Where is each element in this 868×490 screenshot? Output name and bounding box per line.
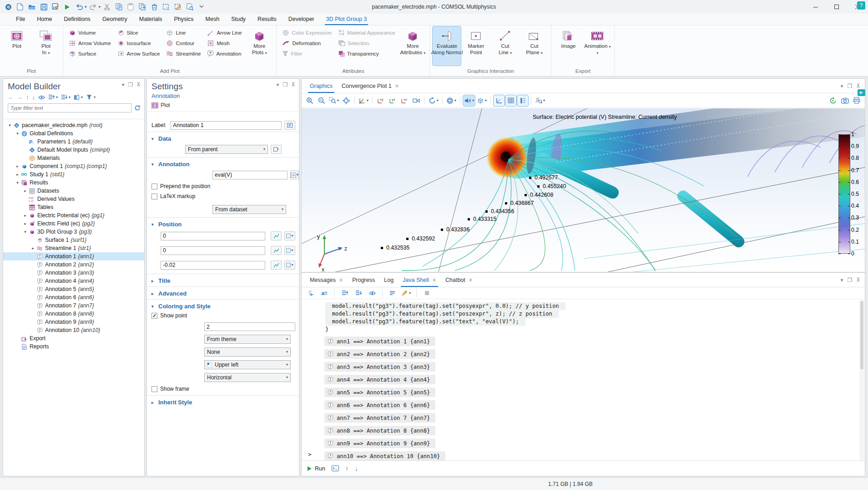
tree-node-export[interactable]: Export — [3, 334, 144, 342]
console-icon[interactable] — [332, 465, 339, 471]
section-position[interactable]: ▾Position — [147, 220, 299, 229]
java-shell-output[interactable]: model.result("pg3").feature(tag).set("po… — [302, 300, 865, 460]
transparency-cube-icon[interactable]: ▾ — [476, 95, 488, 106]
console-tab-messages[interactable]: Messages✕ — [305, 274, 348, 287]
background-color-combo[interactable]: None▾ — [204, 347, 291, 357]
show-frame-checkbox[interactable]: Show frame — [147, 384, 299, 394]
ribbon-button-arrow-line[interactable]: Arrow Line — [204, 27, 244, 38]
expression-menu-button[interactable]: ▾ — [284, 231, 295, 240]
geometry-level-combo[interactable]: From dataset▾ — [212, 205, 286, 214]
scroll-bottom-icon[interactable] — [353, 288, 364, 299]
tree-node-surface-1[interactable]: Surface 1 {surf1} — [3, 236, 144, 244]
tree-node-annotation-5[interactable]: Annotation 5 {ann5} — [3, 285, 144, 293]
point-radius-input[interactable] — [204, 322, 295, 331]
expander-icon[interactable]: ▾ — [7, 123, 13, 128]
snapshot-icon[interactable] — [839, 95, 850, 106]
expander-icon[interactable]: ▾ — [15, 131, 20, 136]
view-xy-icon[interactable]: xy — [375, 95, 386, 106]
latex-markup-checkbox[interactable]: LaTeX markup — [147, 191, 299, 201]
view-xz-icon[interactable]: xz — [399, 95, 410, 106]
section-annotation[interactable]: ▾Annotation — [147, 160, 299, 168]
history-down-icon[interactable]: ↓ — [355, 465, 358, 472]
axis-view-icon[interactable]: ▾ — [358, 95, 369, 106]
ribbon-button-plot-in[interactable]: Plot In ▾ — [32, 26, 60, 66]
ribbon-button-marker-point[interactable]: Marker Point — [462, 26, 490, 66]
console-tab-java-shell[interactable]: Java Shell✕ — [398, 274, 441, 287]
tree-node-streamline-1[interactable]: ▸ Streamline 1 {str1} — [3, 244, 144, 252]
panel-controls[interactable]: ▾❐⊼ — [840, 83, 860, 89]
menu-tab-materials[interactable]: Materials — [133, 14, 168, 25]
new-file-icon[interactable] — [15, 1, 25, 12]
panel-controls[interactable]: ▾❐⊼ — [121, 82, 141, 88]
graphics-tab-graphics[interactable]: Graphics — [305, 80, 337, 93]
toggle-axes-icon[interactable] — [494, 95, 505, 106]
redo-icon[interactable] — [88, 1, 99, 12]
update-icon[interactable] — [828, 95, 838, 106]
ribbon-button-arrow-volume[interactable]: Arrow Volume — [66, 38, 114, 48]
tree-node-3d-plot-group-3[interactable]: ▾ 3D Plot Group 3 {pg3} — [3, 228, 144, 236]
filter-input[interactable] — [8, 103, 131, 112]
scroll-top-icon[interactable] — [339, 288, 350, 299]
clear-icon[interactable]: ▾ — [401, 288, 412, 299]
help-icon[interactable]: ? — [857, 1, 865, 10]
tree-node-reports[interactable]: Reports — [3, 342, 144, 351]
tree-node-default-model-inputs[interactable]: Default Model Inputs {cminpt} — [3, 146, 144, 154]
section-advanced[interactable]: ▸Advanced — [147, 289, 299, 298]
menu-tab-file[interactable]: File — [10, 14, 31, 25]
ribbon-button-slice[interactable]: Slice — [115, 27, 163, 38]
expression-menu-button[interactable]: ▾ — [284, 260, 295, 270]
tree-node-annotation-10[interactable]: Annotation 10 {ann10} — [3, 326, 144, 334]
dataset-combo[interactable]: From parent▾ — [185, 145, 268, 154]
ribbon-button-surface[interactable]: Surface — [66, 48, 114, 59]
section-data[interactable]: ▾Data — [147, 134, 299, 143]
undo-icon-caret[interactable]: ▾ — [85, 5, 87, 9]
run-icon[interactable] — [62, 1, 73, 12]
ribbon-button-mesh[interactable]: Mesh — [204, 38, 244, 48]
console-tab-log[interactable]: Log — [379, 274, 398, 287]
expander-icon[interactable]: ▾ — [22, 230, 28, 234]
back-icon[interactable]: ← — [8, 94, 14, 101]
delete-icon[interactable] — [149, 1, 160, 12]
expand-icon[interactable]: ▾ — [61, 94, 71, 100]
tree-node-parameters-1[interactable]: Pi Parameters 1 {default} — [3, 138, 144, 146]
zoom-out-icon[interactable] — [316, 95, 327, 106]
ribbon-button-evaluate-along-normal[interactable]: Evaluate Along Normal — [433, 26, 461, 66]
scrollbar[interactable] — [859, 300, 864, 460]
ribbon-button-cut-plane[interactable]: Cut Plane ▾ — [520, 26, 548, 66]
section-coloring-and-style[interactable]: ▾Coloring and Style — [147, 302, 299, 311]
tree-node-annotation-8[interactable]: Annotation 8 {ann8} — [3, 310, 144, 318]
close-icon[interactable]: ✕ — [339, 277, 343, 283]
open-icon[interactable] — [26, 1, 37, 12]
ribbon-button-more-plots[interactable]: More Plots ▾ — [245, 26, 273, 66]
section-title[interactable]: ▸Title — [147, 276, 299, 285]
toggle-grid-icon[interactable] — [505, 95, 516, 106]
tree-node-materials[interactable]: Materials — [3, 154, 144, 162]
expander-icon[interactable]: ▸ — [22, 221, 28, 226]
assign-icon[interactable]: a= — [319, 288, 330, 299]
show-point-checkbox[interactable]: ✓Show point — [147, 311, 299, 321]
show-icon[interactable] — [38, 95, 45, 100]
rotate-icon[interactable]: ▾ — [428, 95, 439, 106]
ribbon-button-plot[interactable]: Plot — [3, 26, 31, 66]
copy-icon[interactable] — [113, 1, 124, 12]
zoom-box-icon[interactable]: ▾ — [328, 95, 340, 106]
save-as-icon[interactable] — [50, 1, 61, 12]
tree-node-annotation-7[interactable]: Annotation 7 {ann7} — [3, 301, 144, 310]
panel-controls[interactable]: ▾❐⊼ — [840, 277, 860, 283]
toggle-legend-icon[interactable] — [517, 95, 528, 106]
watch-icon[interactable] — [367, 288, 378, 299]
insert-expression-button[interactable]: ▾ — [290, 170, 299, 179]
sound-icon[interactable]: ▾ — [463, 95, 475, 106]
tree-node-results[interactable]: ▾ Results — [3, 179, 144, 187]
ribbon-button-line[interactable]: Line — [163, 27, 203, 38]
tree-node-component-1[interactable]: ▸ Component 1 (comp1) {comp1} — [3, 162, 144, 170]
plot-area[interactable]: Surface: Electric potential (V) Streamli… — [302, 108, 865, 272]
tree-node-datasets[interactable]: ▸ Datasets — [3, 187, 144, 195]
menu-tab-definitions[interactable]: Definitions — [58, 14, 96, 25]
print-icon[interactable] — [851, 95, 862, 106]
menu-tab-home[interactable]: Home — [31, 14, 58, 25]
range-button[interactable] — [271, 260, 282, 270]
columns-icon[interactable]: ▾ — [74, 95, 83, 100]
range-button[interactable] — [271, 246, 282, 255]
expander-icon[interactable]: ▾ — [15, 180, 20, 185]
